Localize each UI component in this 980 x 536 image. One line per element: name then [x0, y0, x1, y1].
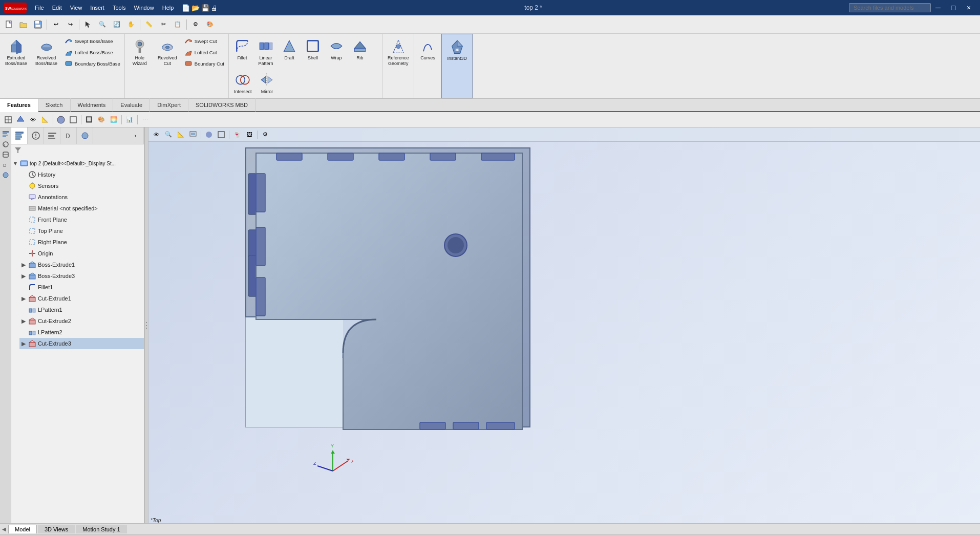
- hide-show-button[interactable]: 🔲: [83, 114, 95, 126]
- property-manager-icon[interactable]: i: [1, 140, 10, 149]
- linear-pattern-button[interactable]: LinearPattern: [254, 36, 277, 69]
- tree-lpattern2[interactable]: ▶ LPattern2: [19, 327, 144, 338]
- save-doc-button[interactable]: [31, 17, 45, 32]
- revolved-cut-button[interactable]: RevolvedCut: [155, 36, 180, 96]
- cut-extrude1-expand[interactable]: ▶: [19, 294, 28, 303]
- wrap-button[interactable]: Wrap: [325, 36, 348, 69]
- config-manager-icon[interactable]: [1, 150, 10, 159]
- tab-features[interactable]: Features: [0, 99, 38, 112]
- vp-settings-button[interactable]: ⚙: [260, 129, 271, 140]
- tab-weldments[interactable]: Weldments: [71, 98, 114, 112]
- tree-fillet1[interactable]: ▶ Fillet1: [19, 282, 144, 293]
- save-button[interactable]: 💾: [201, 4, 209, 12]
- tree-root[interactable]: ▼ top 2 (Default<<Default>_Display St...: [11, 158, 144, 169]
- fillet-button[interactable]: Fillet: [231, 36, 253, 69]
- view3-button[interactable]: 👁: [27, 114, 39, 126]
- cut-button[interactable]: ✂: [156, 17, 171, 32]
- pan-button[interactable]: ✋: [124, 17, 138, 32]
- boss-extrude1-expand[interactable]: ▶: [19, 261, 28, 269]
- tab-model[interactable]: Model: [8, 525, 37, 533]
- vp-hide-button[interactable]: 👻: [231, 129, 243, 140]
- rotate-button[interactable]: 🔄: [110, 17, 124, 32]
- vp-zoom-button[interactable]: 🔍: [163, 129, 174, 140]
- cut-extrude3-expand[interactable]: ▶: [19, 339, 28, 348]
- root-expand[interactable]: ▼: [11, 159, 19, 167]
- shell-button[interactable]: Shell: [302, 36, 324, 69]
- display-manager-icon[interactable]: [1, 170, 10, 180]
- tab-sketch[interactable]: Sketch: [38, 98, 71, 112]
- maximize-button[interactable]: □: [946, 3, 961, 13]
- more-views-button[interactable]: ⋯: [139, 114, 152, 126]
- lofted-boss-base-button[interactable]: Lofted Boss/Base: [62, 47, 122, 57]
- zoom-button[interactable]: 🔍: [95, 17, 110, 32]
- vp-orient-button[interactable]: 👁: [151, 129, 162, 140]
- tree-top-plane[interactable]: ▶ Top Plane: [19, 225, 144, 237]
- menu-help[interactable]: Help: [158, 3, 178, 13]
- prop-tab-icon[interactable]: [28, 127, 44, 144]
- tree-history[interactable]: ▶ History: [19, 169, 144, 180]
- shading-button[interactable]: [55, 114, 67, 126]
- vp-shading-button[interactable]: [203, 129, 215, 140]
- lofted-cut-button[interactable]: Lofted Cut: [182, 47, 226, 57]
- search-input[interactable]: [849, 3, 931, 12]
- instant3d-button[interactable]: 3D Instant3D: [444, 36, 470, 96]
- color-button[interactable]: 🎨: [203, 17, 217, 32]
- boundary-boss-base-button[interactable]: Boundary Boss/Base: [62, 58, 122, 69]
- revolved-boss-base-button[interactable]: RevolvedBoss/Base: [32, 36, 60, 96]
- menu-tools[interactable]: Tools: [109, 3, 130, 13]
- appearance-button[interactable]: 🎨: [95, 114, 108, 126]
- mirror-button[interactable]: Mirror: [255, 70, 278, 97]
- view-orient-button[interactable]: [14, 114, 27, 126]
- swept-cut-button[interactable]: Swept Cut: [182, 36, 226, 46]
- viewport[interactable]: 👁 🔍 📐 👻 🖼 ⚙: [148, 127, 980, 523]
- scene-button[interactable]: 🌅: [108, 114, 120, 126]
- zoom-to-fit-button[interactable]: [2, 114, 14, 126]
- display-state-button[interactable]: 📊: [123, 114, 136, 126]
- feature-manager-icon[interactable]: [1, 130, 10, 139]
- display-tab-icon[interactable]: [77, 127, 93, 144]
- expand-panel-icon[interactable]: ›: [127, 127, 144, 144]
- undo-button[interactable]: ↩: [49, 17, 63, 32]
- panel-splitter[interactable]: ⋮: [144, 127, 148, 523]
- tab-sw-mbd[interactable]: SOLIDWORKS MBD: [188, 98, 255, 112]
- swept-boss-base-button[interactable]: Swept Boss/Base: [62, 36, 122, 46]
- rib-button[interactable]: Rib: [349, 36, 371, 69]
- tab-evaluate[interactable]: Evaluate: [113, 98, 150, 112]
- close-button[interactable]: ×: [962, 3, 976, 13]
- tree-sensors[interactable]: ▶ Sensors: [19, 180, 144, 191]
- open-doc-button[interactable]: [16, 17, 31, 32]
- select-button[interactable]: [81, 17, 95, 32]
- wireframe-button[interactable]: [67, 114, 79, 126]
- reference-geometry-button[interactable]: ReferenceGeometry: [385, 36, 412, 96]
- tab-dimxpert[interactable]: DimXpert: [150, 98, 188, 112]
- scroll-left-icon[interactable]: ◀: [2, 526, 6, 532]
- cut-extrude2-expand[interactable]: ▶: [19, 317, 28, 325]
- menu-insert[interactable]: Insert: [86, 3, 109, 13]
- intersect-button[interactable]: Intersect: [231, 70, 255, 97]
- menu-edit[interactable]: Edit: [48, 3, 66, 13]
- redo-button[interactable]: ↪: [63, 17, 77, 32]
- print-button[interactable]: 🖨: [211, 4, 218, 12]
- new-doc-button[interactable]: [2, 17, 16, 32]
- tree-lpattern1[interactable]: ▶ LPattern1: [19, 304, 144, 315]
- extruded-boss-base-button[interactable]: ExtrudedBoss/Base: [2, 36, 30, 96]
- hole-wizard-button[interactable]: HoleWizard: [127, 36, 153, 96]
- tree-origin[interactable]: ▶ Origin: [19, 248, 144, 259]
- section-view-button[interactable]: 📐: [39, 114, 51, 126]
- config-tab-icon[interactable]: [44, 127, 60, 144]
- tree-boss-extrude3[interactable]: ▶ Boss-Extrude3: [19, 270, 144, 282]
- tree-boss-extrude1[interactable]: ▶ Boss-Extrude1: [19, 259, 144, 270]
- boundary-cut-button[interactable]: Boundary Cut: [182, 58, 226, 69]
- tree-cut-extrude1[interactable]: ▶ Cut-Extrude1: [19, 293, 144, 304]
- copy-button[interactable]: 📋: [171, 17, 185, 32]
- tree-right-plane[interactable]: ▶ Right Plane: [19, 237, 144, 248]
- tree-annotations[interactable]: ▶ Annotations: [19, 191, 144, 203]
- measure-button[interactable]: 📏: [142, 17, 156, 32]
- tree-cut-extrude3[interactable]: ▶ Cut-Extrude3: [19, 338, 144, 349]
- display-settings-button[interactable]: ⚙: [188, 17, 203, 32]
- new-button[interactable]: 📄: [182, 4, 190, 12]
- menu-view[interactable]: View: [66, 3, 87, 13]
- draft-button[interactable]: Draft: [278, 36, 301, 69]
- tree-tab-icon[interactable]: [11, 127, 28, 144]
- curves-button[interactable]: Curves: [416, 36, 439, 96]
